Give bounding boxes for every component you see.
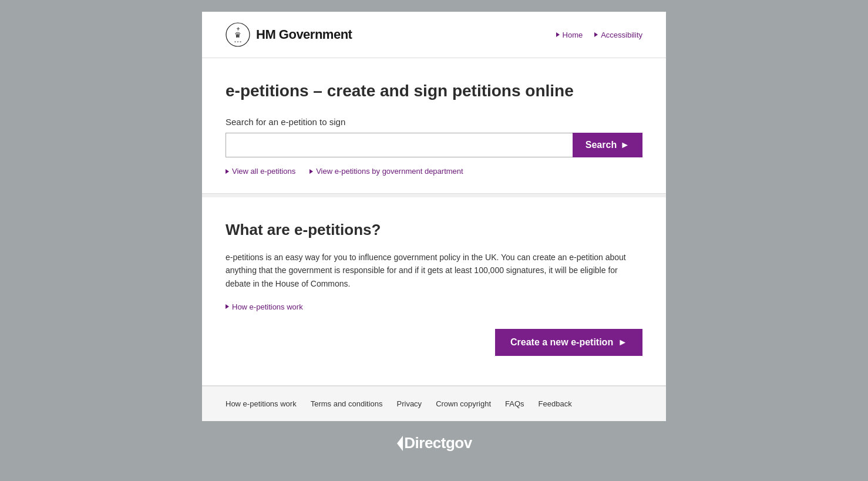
- svg-text:⚜: ⚜: [236, 26, 240, 32]
- header: ♛ * * * ⚜ HM Government Home Accessibili…: [202, 12, 666, 58]
- how-it-works-arrow-icon: [226, 304, 229, 309]
- home-link[interactable]: Home: [556, 31, 583, 39]
- search-arrow-icon: ►: [620, 140, 630, 150]
- create-arrow-icon: ►: [618, 337, 627, 348]
- svg-text:* * *: * * *: [234, 41, 241, 44]
- view-all-arrow-icon: [226, 169, 229, 174]
- footer-how-link[interactable]: How e-petitions work: [226, 399, 297, 408]
- footer: How e-petitions work Terms and condition…: [202, 386, 666, 421]
- search-label: Search for an e-petition to sign: [226, 117, 642, 127]
- view-all-link[interactable]: View all e-petitions: [226, 167, 295, 176]
- logo-area: ♛ * * * ⚜ HM Government: [226, 22, 352, 47]
- view-by-dept-link[interactable]: View e-petitions by government departmen…: [309, 167, 463, 176]
- info-section: What are e-petitions? e-petitions is an …: [202, 197, 666, 386]
- search-section: e-petitions – create and sign petitions …: [202, 58, 666, 194]
- home-arrow-icon: [556, 32, 560, 37]
- how-it-works-link[interactable]: How e-petitions work: [226, 302, 303, 311]
- create-petition-button[interactable]: Create a new e-petition ►: [495, 329, 642, 356]
- search-input[interactable]: [226, 133, 573, 157]
- footer-feedback-link[interactable]: Feedback: [539, 399, 572, 408]
- footer-terms-link[interactable]: Terms and conditions: [311, 399, 383, 408]
- footer-privacy-link[interactable]: Privacy: [397, 399, 422, 408]
- create-btn-row: Create a new e-petition ►: [226, 329, 642, 356]
- search-row: Search ►: [226, 133, 642, 157]
- view-by-dept-arrow-icon: [309, 169, 313, 174]
- header-nav: Home Accessibility: [556, 31, 642, 39]
- info-section-body: e-petitions is an easy way for you to in…: [226, 251, 642, 290]
- page-title: e-petitions – create and sign petitions …: [226, 82, 642, 100]
- svg-text:♛: ♛: [234, 31, 241, 39]
- footer-copyright-link[interactable]: Crown copyright: [436, 399, 491, 408]
- directgov-logo: Directgov: [396, 434, 472, 452]
- info-section-title: What are e-petitions?: [226, 221, 642, 239]
- search-button[interactable]: Search ►: [573, 133, 642, 157]
- accessibility-arrow-icon: [594, 32, 598, 37]
- search-links: View all e-petitions View e-petitions by…: [226, 167, 642, 176]
- logo-text: HM Government: [256, 27, 352, 42]
- directgov-d-special: Directgov: [396, 434, 472, 452]
- accessibility-link[interactable]: Accessibility: [594, 31, 642, 39]
- crest-icon: ♛ * * * ⚜: [226, 22, 250, 47]
- directgov-bar: Directgov: [202, 428, 666, 458]
- footer-faqs-link[interactable]: FAQs: [505, 399, 524, 408]
